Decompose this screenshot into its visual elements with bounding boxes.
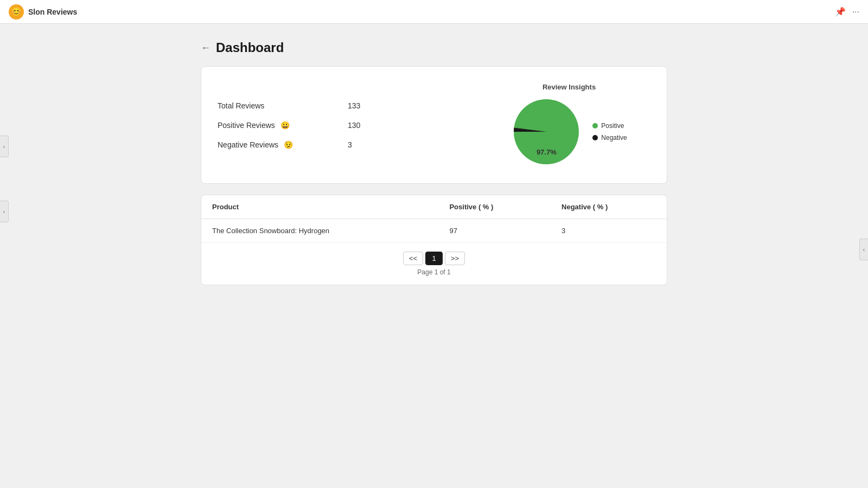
topbar-left: 😊 Slon Reviews <box>9 4 77 20</box>
legend-negative: Negative <box>592 134 627 142</box>
legend-positive: Positive <box>592 122 627 130</box>
table-header-row: Product Positive ( % ) Negative ( % ) <box>201 195 667 219</box>
app-icon: 😊 <box>9 4 24 20</box>
negative-reviews-label: Negative Reviews 😟 <box>218 140 326 149</box>
stats-left: Total Reviews 133 Positive Reviews 😀 130… <box>218 101 488 149</box>
chart-title: Review Insights <box>542 83 596 91</box>
page-info: Page 1 of 1 <box>417 268 450 276</box>
table-cell-negative: 3 <box>551 219 667 243</box>
data-table: Product Positive ( % ) Negative ( % ) Th… <box>201 195 667 242</box>
back-button[interactable]: ← <box>201 42 210 54</box>
table-cell-product: The Collection Snowboard: Hydrogen <box>201 219 438 243</box>
col-product: Product <box>201 195 438 219</box>
total-reviews-value: 133 <box>348 101 360 110</box>
stats-card: Total Reviews 133 Positive Reviews 😀 130… <box>201 66 667 184</box>
legend-negative-label: Negative <box>601 134 627 142</box>
topbar-right: 📌 ··· <box>835 7 859 17</box>
legend-positive-label: Positive <box>601 122 624 130</box>
topbar: 😊 Slon Reviews 📌 ··· <box>0 0 868 24</box>
col-positive: Positive ( % ) <box>438 195 551 219</box>
table-header: Product Positive ( % ) Negative ( % ) <box>201 195 667 219</box>
chart-container: 97.7% Positive Negative <box>511 97 627 167</box>
total-reviews-row: Total Reviews 133 <box>218 101 488 110</box>
pagination-container: << 1 >> Page 1 of 1 <box>201 242 667 285</box>
app-name: Slon Reviews <box>28 8 77 16</box>
more-options-icon[interactable]: ··· <box>852 7 859 17</box>
pie-chart-svg <box>511 97 582 167</box>
pie-percent-label: 97.7% <box>537 148 557 156</box>
chart-area: Review Insights 97.7% <box>488 83 650 167</box>
left-sidebar-toggle-bottom[interactable]: › <box>0 201 9 222</box>
pin-icon[interactable]: 📌 <box>835 7 846 17</box>
negative-emoji: 😟 <box>284 140 293 149</box>
positive-reviews-label: Positive Reviews 😀 <box>218 121 326 130</box>
chart-legend: Positive Negative <box>592 122 627 142</box>
main-content: ← Dashboard Total Reviews 133 Positive R… <box>190 24 678 301</box>
col-negative: Negative ( % ) <box>551 195 667 219</box>
table-cell-positive: 97 <box>438 219 551 243</box>
positive-emoji: 😀 <box>280 121 290 130</box>
negative-reviews-value: 3 <box>348 140 352 149</box>
right-sidebar-toggle[interactable]: ‹ <box>859 239 868 260</box>
table-row: The Collection Snowboard: Hydrogen973 <box>201 219 667 243</box>
negative-reviews-row: Negative Reviews 😟 3 <box>218 140 488 149</box>
table-card: Product Positive ( % ) Negative ( % ) Th… <box>201 195 667 285</box>
pie-chart: 97.7% <box>511 97 582 167</box>
prev-page-button[interactable]: << <box>403 252 423 265</box>
table-body: The Collection Snowboard: Hydrogen973 <box>201 219 667 243</box>
app-icon-emoji: 😊 <box>11 7 22 17</box>
next-page-button[interactable]: >> <box>445 252 465 265</box>
positive-reviews-row: Positive Reviews 😀 130 <box>218 121 488 130</box>
page-header: ← Dashboard <box>201 40 667 55</box>
positive-reviews-value: 130 <box>348 121 360 130</box>
total-reviews-label: Total Reviews <box>218 101 326 110</box>
current-page-button[interactable]: 1 <box>425 252 443 265</box>
page-title: Dashboard <box>216 40 284 55</box>
left-sidebar-toggle-top[interactable]: › <box>0 136 9 157</box>
legend-negative-dot <box>592 135 598 140</box>
legend-positive-dot <box>592 123 598 129</box>
pagination-buttons: << 1 >> <box>403 252 465 265</box>
